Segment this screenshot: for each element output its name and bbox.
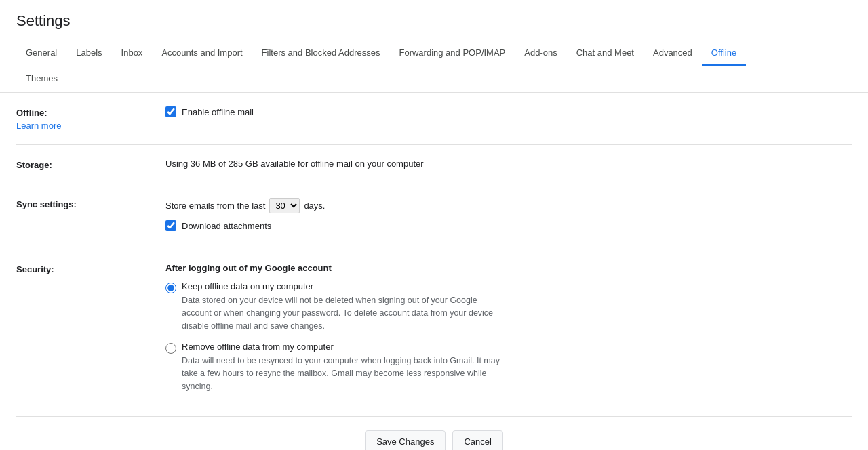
storage-text: Using 36 MB of 285 GB available for offl… (165, 159, 424, 169)
security-label: Security: (16, 263, 165, 274)
tab-filters[interactable]: Filters and Blocked Addresses (252, 41, 390, 66)
remove-offline-label: Remove offline data from my computer Dat… (182, 342, 507, 392)
tab-forwarding[interactable]: Forwarding and POP/IMAP (389, 41, 515, 66)
page-title: Settings (16, 12, 852, 30)
enable-offline-row: Enable offline mail (165, 106, 852, 117)
tab-accounts-import[interactable]: Accounts and Import (152, 41, 252, 66)
remove-offline-desc: Data will need to be resynced to your co… (182, 354, 507, 392)
offline-section: Offline: Learn more Enable offline mail (16, 93, 852, 145)
store-prefix: Store emails from the last (165, 201, 265, 211)
enable-offline-checkbox[interactable] (165, 106, 176, 117)
store-suffix: days. (304, 201, 325, 211)
header: Settings General Labels Inbox Accounts a… (0, 0, 868, 93)
tab-labels[interactable]: Labels (66, 41, 111, 66)
remove-offline-option: Remove offline data from my computer Dat… (165, 342, 852, 392)
offline-content: Enable offline mail (165, 106, 852, 121)
tab-addons[interactable]: Add-ons (515, 41, 566, 66)
learn-more-link[interactable]: Learn more (16, 121, 165, 131)
keep-offline-radio[interactable] (165, 283, 176, 293)
tab-general[interactable]: General (16, 41, 66, 66)
keep-offline-option: Keep offline data on my computer Data st… (165, 281, 852, 332)
storage-section: Storage: Using 36 MB of 285 GB available… (16, 145, 852, 184)
download-attachments-row: Download attachments (165, 220, 852, 231)
keep-offline-title: Keep offline data on my computer (182, 281, 507, 291)
security-content: After logging out of my Google account K… (165, 263, 852, 403)
download-attachments-label[interactable]: Download attachments (182, 221, 271, 231)
keep-offline-desc: Data stored on your device will not be d… (182, 294, 507, 332)
tab-offline[interactable]: Offline (702, 41, 746, 66)
security-section: Security: After logging out of my Google… (16, 249, 852, 416)
offline-label: Offline: Learn more (16, 106, 165, 131)
remove-offline-radio[interactable] (165, 343, 176, 354)
cancel-button[interactable]: Cancel (452, 430, 502, 451)
tab-chat-meet[interactable]: Chat and Meet (567, 41, 644, 66)
nav-row2: Themes (16, 66, 852, 92)
days-select[interactable]: 7 14 30 60 90 (269, 198, 300, 213)
storage-label: Storage: (16, 159, 165, 170)
enable-offline-label[interactable]: Enable offline mail (182, 107, 254, 117)
storage-content: Using 36 MB of 285 GB available for offl… (165, 159, 852, 169)
sync-label: Sync settings: (16, 198, 165, 209)
keep-offline-label: Keep offline data on my computer Data st… (182, 281, 507, 332)
nav-tabs: General Labels Inbox Accounts and Import… (16, 41, 852, 66)
sync-content: Store emails from the last 7 14 30 60 90… (165, 198, 852, 235)
download-attachments-checkbox[interactable] (165, 220, 176, 231)
remove-offline-title: Remove offline data from my computer (182, 342, 507, 352)
sync-days-row: Store emails from the last 7 14 30 60 90… (165, 198, 852, 213)
tab-themes[interactable]: Themes (16, 66, 67, 92)
footer: Save Changes Cancel (0, 417, 868, 451)
tab-advanced[interactable]: Advanced (644, 41, 702, 66)
after-logout-title: After logging out of my Google account (165, 263, 852, 273)
tab-inbox[interactable]: Inbox (112, 41, 153, 66)
settings-content: Offline: Learn more Enable offline mail … (0, 93, 868, 416)
save-changes-button[interactable]: Save Changes (365, 430, 446, 451)
sync-section: Sync settings: Store emails from the las… (16, 184, 852, 249)
